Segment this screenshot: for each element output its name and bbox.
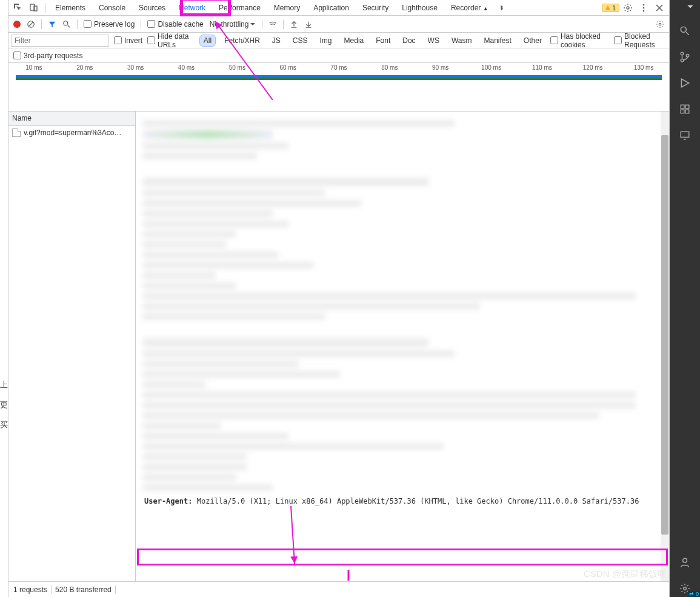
svg-point-7: [64, 21, 68, 25]
request-list-header[interactable]: Name: [8, 112, 135, 126]
tab-recorder[interactable]: Recorder ▲: [445, 1, 495, 15]
redacted-content: [143, 120, 662, 491]
device-icon[interactable]: [29, 3, 39, 13]
close-icon[interactable]: [655, 3, 664, 13]
tab-application[interactable]: Application: [307, 1, 355, 15]
filter-media[interactable]: Media: [341, 35, 368, 47]
record-button[interactable]: [13, 21, 21, 28]
network-filter-bar-2: 3rd-party requests: [8, 48, 669, 63]
file-icon: [12, 128, 21, 137]
inspect-icon[interactable]: [13, 3, 23, 13]
kebab-icon[interactable]: [639, 3, 648, 13]
svg-rect-17: [681, 132, 689, 137]
tab-security[interactable]: Security: [356, 1, 395, 15]
clear-icon[interactable]: [27, 20, 35, 28]
filter-doc[interactable]: Doc: [399, 35, 419, 47]
filter-ws[interactable]: WS: [424, 35, 443, 47]
devtools-tabstrip: Elements Console Sources Network Perform…: [8, 0, 669, 16]
chevron-down-icon[interactable]: [687, 3, 694, 10]
tab-performance[interactable]: Performance: [213, 1, 267, 15]
status-requests: 1 requests: [13, 585, 47, 594]
request-name: v.gif?mod=superman%3Aco…: [24, 128, 122, 137]
svg-point-5: [643, 10, 645, 12]
svg-point-18: [683, 558, 687, 562]
download-icon[interactable]: [304, 20, 313, 28]
tab-console[interactable]: Console: [93, 1, 132, 15]
run-icon[interactable]: [679, 78, 690, 88]
network-timeline[interactable]: 10 ms20 ms30 ms40 ms50 ms60 ms70 ms80 ms…: [8, 63, 669, 112]
filter-manifest[interactable]: Manifest: [481, 35, 515, 47]
tab-sources[interactable]: Sources: [133, 1, 172, 15]
devtools-panel: Elements Console Sources Network Perform…: [8, 0, 670, 597]
hide-data-urls-checkbox[interactable]: Hide data URLs: [147, 32, 195, 49]
svg-point-11: [681, 59, 684, 62]
svg-point-19: [684, 587, 687, 590]
svg-point-2: [627, 7, 629, 9]
timeline-ruler: 10 ms20 ms30 ms40 ms50 ms60 ms70 ms80 ms…: [8, 63, 669, 72]
disable-cache-checkbox[interactable]: Disable cache: [147, 20, 203, 28]
status-transferred: 520 B transferred: [55, 585, 112, 594]
svg-rect-15: [681, 110, 684, 113]
remote-badge[interactable]: ⇄ 0: [688, 591, 700, 597]
filter-font[interactable]: Font: [372, 35, 394, 47]
tab-elements[interactable]: Elements: [49, 1, 92, 15]
network-toolbar: Preserve log Disable cache No throttling: [8, 16, 669, 33]
more-tabs-icon[interactable]: [498, 3, 505, 13]
filter-fetch[interactable]: Fetch/XHR: [221, 35, 264, 47]
upload-icon[interactable]: [290, 20, 298, 28]
warning-count[interactable]: 1: [602, 4, 619, 12]
request-detail[interactable]: User-Agent: Mozilla/5.0 (X11; Linux x86_…: [136, 112, 669, 581]
request-list: Name v.gif?mod=superman%3Aco…: [8, 112, 136, 581]
wifi-icon[interactable]: [268, 20, 277, 28]
detail-scrollbar[interactable]: [661, 112, 669, 581]
right-sidebar: ⇄ 0: [670, 0, 700, 597]
network-statusbar: 1 requests 520 B transferred: [8, 581, 669, 597]
watermark: CSDN @蔗肆稀饭呀: [584, 569, 667, 580]
svg-point-10: [681, 52, 684, 55]
svg-point-12: [686, 55, 689, 58]
search-icon[interactable]: [679, 25, 690, 36]
preserve-log-checkbox[interactable]: Preserve log: [84, 20, 135, 28]
filter-input[interactable]: [11, 35, 109, 47]
filter-js[interactable]: JS: [268, 35, 284, 47]
svg-point-4: [643, 7, 645, 8]
filter-all[interactable]: All: [199, 35, 216, 47]
tab-lighthouse[interactable]: Lighthouse: [396, 1, 444, 15]
account-icon[interactable]: [679, 557, 690, 568]
network-filter-bar: Invert Hide data URLs All Fetch/XHR JS C…: [8, 33, 669, 48]
tab-network[interactable]: Network: [173, 1, 212, 15]
tab-memory[interactable]: Memory: [268, 1, 306, 15]
filter-img[interactable]: Img: [316, 35, 336, 47]
network-content: Name v.gif?mod=superman%3Aco…: [8, 112, 669, 581]
page-left-edge: 上 更 买: [0, 0, 8, 597]
user-agent-header: User-Agent: Mozilla/5.0 (X11; Linux x86_…: [143, 495, 662, 508]
filter-icon[interactable]: [48, 20, 56, 28]
remote-icon[interactable]: [679, 130, 690, 141]
blocked-requests-checkbox[interactable]: Blocked Requests: [614, 32, 667, 49]
search-icon[interactable]: [62, 20, 71, 28]
svg-rect-14: [685, 105, 689, 108]
svg-point-8: [659, 23, 661, 25]
svg-rect-13: [681, 105, 684, 108]
filter-wasm[interactable]: Wasm: [448, 35, 476, 47]
blocked-cookies-checkbox[interactable]: Has blocked cookies: [550, 32, 609, 49]
svg-point-9: [681, 27, 686, 32]
invert-checkbox[interactable]: Invert: [114, 36, 142, 45]
svg-point-3: [643, 4, 645, 5]
filter-css[interactable]: CSS: [289, 35, 312, 47]
branch-icon[interactable]: [679, 52, 690, 62]
request-row[interactable]: v.gif?mod=superman%3Aco…: [8, 126, 135, 139]
settings-icon[interactable]: [623, 3, 633, 13]
settings-gear-icon[interactable]: [656, 20, 664, 28]
svg-rect-16: [685, 110, 689, 113]
third-party-checkbox[interactable]: 3rd-party requests: [13, 52, 82, 60]
throttling-select[interactable]: No throttling: [210, 20, 256, 28]
extensions-icon[interactable]: [679, 104, 690, 115]
filter-other[interactable]: Other: [520, 35, 545, 47]
